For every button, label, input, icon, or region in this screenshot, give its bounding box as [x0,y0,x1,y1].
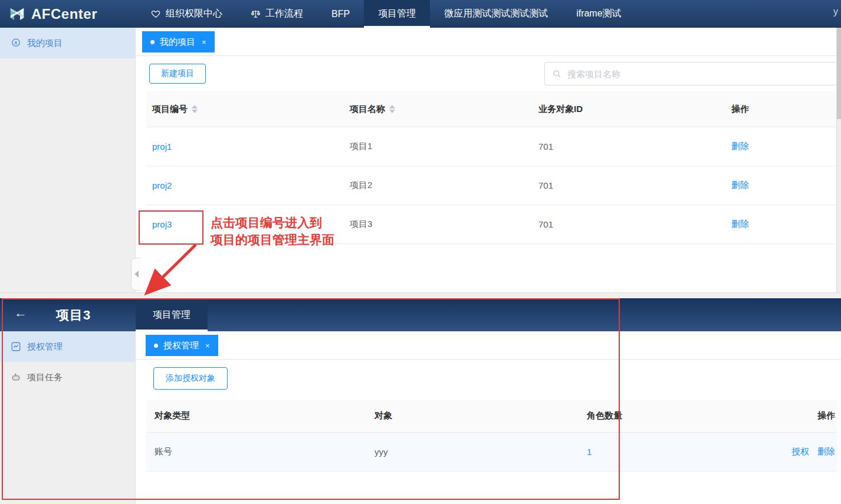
column-header-actions: 操作 [699,400,837,432]
tab-close-icon[interactable]: × [205,341,210,350]
project-name-cell: 项目2 [344,180,533,191]
tab-my-projects[interactable]: 我的项目 × [142,31,215,52]
nav-item-microapp-test[interactable]: 微应用测试测试测试测试 [430,0,562,28]
back-arrow-icon[interactable]: ← [14,307,27,319]
delete-link[interactable]: 删除 [731,180,749,190]
bottom-header: ← 项目3 项目管理 [0,298,841,331]
project-name-cell: 项目3 [344,219,533,230]
top-tabbar: 我的项目 × [136,28,841,56]
sidebar-item-authorization[interactable]: 授权管理 [0,331,135,362]
project-name-cell: 项目1 [344,141,533,152]
column-label: 对象 [374,410,392,421]
business-object-id-cell: 701 [533,141,725,151]
sort-icon[interactable] [389,105,395,113]
column-header-project-name[interactable]: 项目名称 [344,91,533,127]
tab-close-icon[interactable]: × [202,38,206,47]
project-detail-panel: ← 项目3 项目管理 授权管理 项目任务 [0,298,841,504]
robot-icon [11,372,21,383]
user-name-partial: y [833,6,838,17]
project-code-link[interactable]: proj3 [152,219,172,229]
column-label: 操作 [817,410,835,421]
project-code-link[interactable]: proj2 [152,180,172,190]
nav-item-workflow[interactable]: 工作流程 [236,0,317,28]
column-label: 对象类型 [155,410,190,421]
column-label: 操作 [731,104,749,115]
top-nav: 组织权限中心 工作流程 BFP 项目管理 微应用测试测试测试测试 iframe [137,0,636,28]
nav-label: 微应用测试测试测试测试 [444,8,548,20]
nav-label: iframe测试 [576,8,621,20]
table-row-account: 账号 yyy 1 授权 删除 [146,433,837,472]
scrollbar-thumb[interactable] [837,28,841,119]
add-authorization-object-button[interactable]: 添加授权对象 [153,367,228,390]
delete-link[interactable]: 删除 [731,141,749,151]
sidebar-item-project-tasks[interactable]: 项目任务 [0,362,135,393]
tab-label: 授权管理 [163,340,199,351]
sidebar-item-my-projects[interactable]: 我的项目 [0,28,135,58]
nav-item-org-permission-center[interactable]: 组织权限中心 [137,0,236,28]
bottom-content: 授权管理 × 添加授权对象 对象类型 对象 角色数量 操作 账号 yyy 1 [136,331,841,504]
nav-item-iframe-test[interactable]: iframe测试 [562,0,635,28]
panel-gap [0,292,841,298]
nav-label: 组织权限中心 [166,8,222,20]
new-project-button[interactable]: 新建项目 [149,64,206,84]
table-row-proj3: proj3 项目3 701 删除 [146,205,837,244]
app-title: AFCenter [31,6,97,22]
heart-icon [151,9,161,19]
top-header: AFCenter 组织权限中心 工作流程 BFP 项目管理 [0,0,841,28]
top-toolbar: 新建项目 [136,56,841,91]
broadcast-icon [11,38,21,48]
top-sidebar: 我的项目 [0,28,136,292]
nav-tab-project-management[interactable]: 项目管理 [136,298,208,331]
tab-active-dot [150,40,155,44]
sidebar-item-label: 我的项目 [27,38,63,49]
authorize-link[interactable]: 授权 [791,446,809,457]
column-header-object-type: 对象类型 [146,400,369,432]
delete-link[interactable]: 删除 [731,219,749,229]
delete-link[interactable]: 删除 [817,446,835,457]
screen: AFCenter 组织权限中心 工作流程 BFP 项目管理 [0,0,841,504]
object-cell: yyy [369,447,581,457]
sort-icon[interactable] [192,105,198,113]
nav-label: 工作流程 [265,8,303,20]
business-object-id-cell: 701 [533,219,725,229]
authorization-table-header: 对象类型 对象 角色数量 操作 [146,400,837,433]
sidebar-item-label: 项目任务 [27,372,63,383]
column-label: 业务对象ID [538,104,583,115]
app-logo[interactable]: AFCenter [8,0,97,28]
role-count-link[interactable]: 1 [587,447,592,457]
column-header-business-object-id: 业务对象ID [533,91,725,127]
project-search-box[interactable] [544,62,837,85]
search-input[interactable] [566,68,830,80]
object-type-cell: 账号 [146,446,369,457]
chart-icon [11,341,21,352]
search-icon [552,69,561,78]
bottom-sidebar: 授权管理 项目任务 [0,331,136,504]
projects-table-header: 项目编号 项目名称 业务对象ID 操作 [146,91,837,127]
sidebar-collapse-handle[interactable] [131,258,141,291]
tab-authorization[interactable]: 授权管理 × [146,335,218,356]
authorization-table: 对象类型 对象 角色数量 操作 账号 yyy 1 授权 删除 [146,400,837,472]
column-header-actions: 操作 [725,91,837,127]
app-logo-icon [8,5,26,23]
nav-item-project-management[interactable]: 项目管理 [364,0,430,28]
top-content: 我的项目 × 新建项目 项目编号 项目名称 [136,28,841,292]
column-label: 项目编号 [152,104,188,115]
sidebar-item-label: 授权管理 [27,341,63,353]
column-label: 项目名称 [350,104,385,115]
column-header-role-count: 角色数量 [581,400,699,432]
nav-label: 项目管理 [378,8,416,20]
bottom-tabbar: 授权管理 × [136,331,841,360]
tab-label: 我的项目 [160,37,195,48]
table-row-proj2: proj2 项目2 701 删除 [146,166,837,205]
chevron-left-icon [134,271,139,278]
column-label: 角色数量 [587,410,622,421]
nav-item-bfp[interactable]: BFP [317,0,364,28]
business-object-id-cell: 701 [533,180,725,190]
project-code-link[interactable]: proj1 [152,141,172,151]
nav-label: BFP [331,9,350,19]
project-title: 项目3 [56,307,91,324]
scale-icon [251,9,261,19]
vertical-scrollbar[interactable] [836,28,841,292]
table-row-proj1: proj1 项目1 701 删除 [146,127,837,166]
column-header-project-code[interactable]: 项目编号 [146,91,344,127]
